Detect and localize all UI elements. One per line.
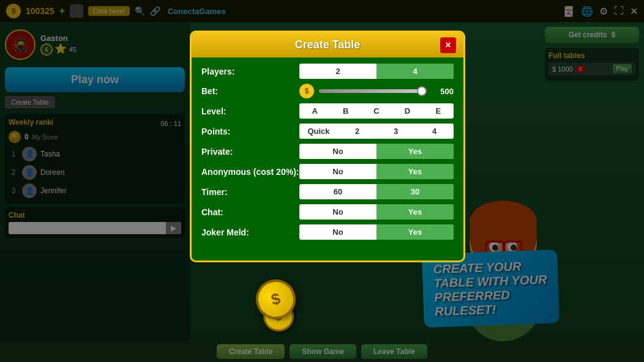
players-label: Players: [201,67,299,76]
modal-title: Create Table [295,39,361,51]
timer-label: Timer: [201,187,299,197]
slider-thumb[interactable] [417,86,427,96]
timer-row: Timer: 60 30 [201,184,454,199]
joker-meld-row: Joker Meld: No Yes [201,224,454,240]
anonymous-toggle-group: No Yes [299,164,454,179]
level-option-a[interactable]: A [299,103,330,119]
level-option-d[interactable]: D [392,103,422,119]
anonymous-option-no[interactable]: No [299,164,376,179]
bet-slider-container: $ 500 [299,84,454,98]
level-toggle-group: A B C D E [299,103,454,119]
private-option-no[interactable]: No [299,144,376,159]
anonymous-option-yes[interactable]: Yes [376,164,454,179]
points-option-quick[interactable]: Quick [299,124,338,139]
chat-option-no[interactable]: No [299,204,376,220]
level-option-e[interactable]: E [423,103,454,119]
timer-option-30[interactable]: 30 [376,184,454,199]
create-table-modal: Create Table × Players: 2 4 Bet: $ 500 L [190,31,465,262]
players-toggle-group: 2 4 [299,64,454,79]
private-option-yes[interactable]: Yes [376,144,454,159]
level-label: Level: [201,106,299,116]
private-toggle-group: No Yes [299,144,454,159]
modal-header: Create Table × [192,32,463,57]
chat-field-label: Chat: [201,207,299,217]
joker-meld-label: Joker Meld: [201,227,299,237]
points-option-2[interactable]: 2 [338,124,376,139]
bet-row: Bet: $ 500 [201,84,454,98]
private-row: Private: No Yes [201,144,454,159]
timer-toggle-group: 60 30 [299,184,454,199]
level-option-c[interactable]: C [361,103,392,119]
joker-meld-option-yes[interactable]: Yes [376,224,454,240]
bet-label: Bet: [201,86,299,96]
bet-slider[interactable] [319,89,427,93]
anonymous-row: Anonymous (cost 20%): No Yes [201,164,454,179]
modal-close-button[interactable]: × [440,37,456,53]
players-row: Players: 2 4 [201,64,454,79]
chat-toggle-group: No Yes [299,204,454,220]
joker-meld-toggle-group: No Yes [299,224,454,240]
players-option-2[interactable]: 2 [299,64,376,79]
chat-option-yes[interactable]: Yes [376,204,454,220]
points-option-3[interactable]: 3 [376,124,415,139]
joker-meld-option-no[interactable]: No [299,224,376,240]
anonymous-label: Anonymous (cost 20%): [201,167,299,177]
modal-body: Players: 2 4 Bet: $ 500 Level: A B C [192,57,463,251]
chat-row: Chat: No Yes [201,204,454,220]
bet-value: 500 [432,87,454,96]
points-label: Points: [201,127,299,136]
timer-option-60[interactable]: 60 [299,184,376,199]
private-label: Private: [201,147,299,157]
players-option-4[interactable]: 4 [376,64,454,79]
points-row: Points: Quick 2 3 4 [201,124,454,139]
points-option-4[interactable]: 4 [415,124,454,139]
points-toggle-group: Quick 2 3 4 [299,124,454,139]
level-row: Level: A B C D E [201,103,454,119]
level-option-b[interactable]: B [330,103,361,119]
bet-coin-icon: $ [299,84,314,98]
